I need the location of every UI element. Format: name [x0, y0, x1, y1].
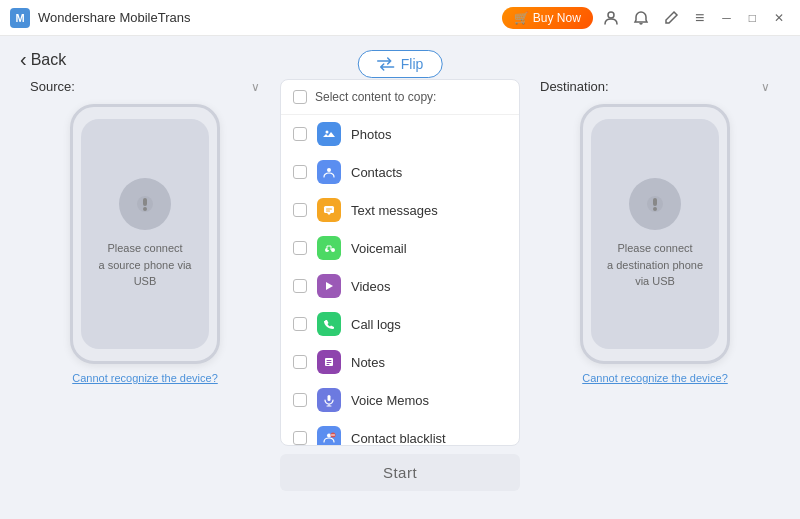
destination-panel: Destination: ∨ Please connect a destinat…: [530, 79, 780, 384]
back-button[interactable]: ‹ Back: [20, 48, 66, 71]
source-chevron-icon: ∨: [251, 80, 260, 94]
destination-cannot-recognize[interactable]: Cannot recognize the device?: [582, 372, 728, 384]
menu-icon-btn[interactable]: ≡: [689, 7, 710, 29]
list-item[interactable]: Notes: [281, 343, 519, 381]
minimize-button[interactable]: ─: [716, 9, 737, 27]
svg-rect-17: [322, 317, 336, 331]
svg-point-7: [326, 131, 329, 134]
svg-rect-22: [327, 364, 330, 365]
maximize-button[interactable]: □: [743, 9, 762, 27]
svg-point-28: [327, 434, 331, 438]
pencil-icon: [663, 10, 679, 26]
svg-rect-21: [327, 362, 332, 363]
voice-memos-icon: [317, 388, 341, 412]
contact-blacklist-checkbox[interactable]: [293, 431, 307, 445]
svg-rect-13: [326, 211, 330, 212]
list-item[interactable]: Voicemail: [281, 229, 519, 267]
svg-point-9: [327, 168, 331, 172]
notes-label: Notes: [351, 355, 385, 370]
destination-phone-inner: Please connect a destination phone via U…: [591, 119, 719, 349]
videos-checkbox[interactable]: [293, 279, 307, 293]
source-panel: Source: ∨ Please connect a source phone …: [20, 79, 270, 384]
destination-header: Destination: ∨: [530, 79, 780, 94]
main-content: ‹ Back Flip Source: ∨: [0, 36, 800, 519]
contacts-checkbox[interactable]: [293, 165, 307, 179]
videos-icon: [317, 274, 341, 298]
flip-button[interactable]: Flip: [358, 50, 443, 78]
text-messages-icon: [317, 198, 341, 222]
list-item[interactable]: Videos: [281, 267, 519, 305]
photos-icon: [317, 122, 341, 146]
list-item[interactable]: Photos: [281, 115, 519, 153]
photos-checkbox[interactable]: [293, 127, 307, 141]
photos-label: Photos: [351, 127, 391, 142]
list-header-text: Select content to copy:: [315, 90, 436, 104]
bell-icon-btn[interactable]: [629, 8, 653, 28]
destination-chevron-icon: ∨: [761, 80, 770, 94]
svg-rect-4: [143, 198, 147, 206]
source-usb-icon: [119, 178, 171, 230]
content-list-box: Select content to copy: Pho: [280, 79, 520, 446]
svg-rect-6: [322, 127, 336, 141]
source-label: Source:: [30, 79, 75, 94]
contact-blacklist-label: Contact blacklist: [351, 431, 446, 446]
list-item[interactable]: Contacts: [281, 153, 519, 191]
svg-rect-26: [327, 406, 332, 407]
voicemail-checkbox[interactable]: [293, 241, 307, 255]
pencil-icon-btn[interactable]: [659, 8, 683, 28]
voicemail-icon: [317, 236, 341, 260]
voicemail-label: Voicemail: [351, 241, 407, 256]
svg-point-5: [143, 207, 147, 211]
content-panel: Select content to copy: Pho: [280, 79, 520, 491]
svg-rect-12: [326, 209, 332, 210]
buy-now-button[interactable]: 🛒 Buy Now: [502, 7, 593, 29]
titlebar: M Wondershare MobileTrans 🛒 Buy Now ≡ ─: [0, 0, 800, 36]
source-phone-inner: Please connect a source phone via USB: [81, 119, 209, 349]
call-logs-icon: [317, 312, 341, 336]
svg-text:M: M: [15, 12, 24, 24]
notes-checkbox[interactable]: [293, 355, 307, 369]
contacts-icon: [317, 160, 341, 184]
content-scroll[interactable]: Photos Contacts: [281, 115, 519, 445]
text-messages-checkbox[interactable]: [293, 203, 307, 217]
titlebar-actions: 🛒 Buy Now ≡ ─ □ ✕: [502, 7, 790, 29]
user-icon: [603, 10, 619, 26]
back-arrow-icon: ‹: [20, 48, 27, 71]
flip-arrows-icon: [377, 57, 395, 71]
call-logs-label: Call logs: [351, 317, 401, 332]
videos-label: Videos: [351, 279, 391, 294]
source-phone-mockup: Please connect a source phone via USB: [70, 104, 220, 364]
destination-usb-icon: [629, 178, 681, 230]
list-header: Select content to copy:: [281, 80, 519, 115]
notes-icon: [317, 350, 341, 374]
destination-phone-text: Please connect a destination phone via U…: [607, 240, 703, 290]
app-title: Wondershare MobileTrans: [38, 10, 502, 25]
bell-icon: [633, 10, 649, 26]
text-messages-label: Text messages: [351, 203, 438, 218]
app-logo: M: [10, 8, 30, 28]
select-all-checkbox[interactable]: [293, 90, 307, 104]
start-button[interactable]: Start: [280, 454, 520, 491]
svg-rect-20: [327, 360, 332, 361]
list-item[interactable]: Voice Memos: [281, 381, 519, 419]
svg-point-42: [653, 207, 657, 211]
voice-memos-label: Voice Memos: [351, 393, 429, 408]
destination-phone-mockup: Please connect a destination phone via U…: [580, 104, 730, 364]
list-item[interactable]: Contact blacklist: [281, 419, 519, 445]
source-header: Source: ∨: [20, 79, 270, 94]
voice-memos-checkbox[interactable]: [293, 393, 307, 407]
svg-rect-15: [327, 248, 331, 250]
svg-point-2: [608, 12, 614, 18]
list-item[interactable]: Call logs: [281, 305, 519, 343]
source-phone-text: Please connect a source phone via USB: [99, 240, 192, 290]
source-cannot-recognize[interactable]: Cannot recognize the device?: [72, 372, 218, 384]
call-logs-checkbox[interactable]: [293, 317, 307, 331]
close-button[interactable]: ✕: [768, 9, 790, 27]
columns-layout: Source: ∨ Please connect a source phone …: [20, 79, 780, 491]
svg-rect-41: [653, 198, 657, 206]
contact-blacklist-icon: [317, 426, 341, 445]
list-item[interactable]: Text messages: [281, 191, 519, 229]
destination-label: Destination:: [540, 79, 609, 94]
user-icon-btn[interactable]: [599, 8, 623, 28]
cart-icon: 🛒: [514, 11, 529, 25]
